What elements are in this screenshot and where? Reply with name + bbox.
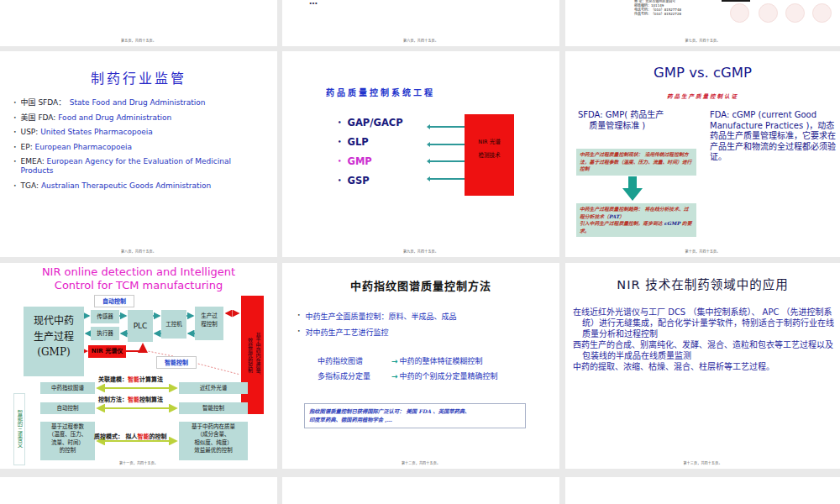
list-item: • 中国 SFDA： State Food and Drug Administr… <box>13 98 265 108</box>
slide-subtitle: 药品生产质量控制认证 <box>565 92 840 100</box>
slide-thumbnail-next-2[interactable] <box>282 477 559 504</box>
seal-stamp-icon <box>785 3 805 23</box>
slide-title: NIR online detection and Intelligent Con… <box>0 265 277 291</box>
auto-control-box: 自动控制 <box>40 402 95 414</box>
slide-footer: 第六页，共四十五页。 <box>282 38 559 43</box>
list-item-highlighted: •GMP <box>338 155 403 167</box>
triple-meaning-label: 智能的三重含义 <box>13 393 25 465</box>
slide-thumbnail-13[interactable]: NIR 技术在制药领域中的应用 在线近红外光谱仪与工厂 DCS （集中控制系统）… <box>565 263 840 469</box>
process-gmp-box: 现代中药 生产过程 (GMP) <box>24 307 84 376</box>
slide-thumbnail-10[interactable]: GMP vs. cGMP 药品生产质量控制认证 SFDA: GMP( 药品生产 … <box>565 51 840 257</box>
slide-footer: 第十一页，共四十五页。 <box>0 460 277 465</box>
slide-title: 制药行业监管 <box>0 67 277 87</box>
down-arrow-icon <box>621 176 644 202</box>
body-text: 在线近红外光谱仪与工厂 DCS （集中控制系统）、 APC （先进控制系统）进行… <box>573 307 835 372</box>
smart-control-label: 智能控制 <box>156 356 197 369</box>
bullet-icon: • <box>13 99 17 108</box>
slide-title: 中药指纹图谱质量控制方法 <box>282 277 559 293</box>
bullet-list: •中药生产全面质量控制：原料、半成品、成品 •对中药生产工艺进行监控 <box>297 311 457 343</box>
slide-thumbnail-next-1[interactable] <box>0 477 277 504</box>
left-arrow-icon <box>430 144 465 145</box>
slide-thumbnail-7[interactable]: 地 址：北京市通州区果园号 邮政编码：101149 电话号码：（010）8152… <box>565 0 840 46</box>
slide-thumbnail-11[interactable]: NIR online detection and Intelligent Con… <box>0 263 277 469</box>
paragraph: 中药的提取、浓缩、枯燥、混合、柱层析等工艺过程。 <box>573 361 835 372</box>
nir-spectrum-box: 近红外光谱 <box>179 382 248 394</box>
slide-footer: 第十二页，共四十五页。 <box>282 460 559 465</box>
auto-control-label: 自动控制 <box>94 295 134 307</box>
bullet-icon: • <box>13 158 17 175</box>
paragraph: 西药生产的合成、别离纯化、发酵、混合、造粒和包衣等工艺过程以及包装线的半成品在线… <box>573 339 835 361</box>
qc-mode-label: 质控模式： 拟人智能的控制 <box>94 432 166 440</box>
mapping-row: 中药指纹图谱 → 中药的整体特征模糊控制 <box>318 355 498 366</box>
list-item: • 美国 FDA: Food and Drug Administration <box>13 113 265 123</box>
industrial-pc-box: 工控机 <box>161 310 186 339</box>
list-item: • TGA: Australian Therapeutic Goods Admi… <box>13 181 265 191</box>
recognition-note-box: 指纹图谱质量控制已获得国际广泛认可： 美国 FDA 、英国草药典、 印度草药典、… <box>304 403 526 428</box>
paragraph: 在线近红外光谱仪与工厂 DCS （集中控制系统）、 APC （先进控制系统）进行… <box>573 307 835 339</box>
bullet-icon: • <box>13 129 17 137</box>
bullet-icon: • <box>297 312 301 322</box>
list-item: •GLP <box>338 136 403 148</box>
plc-box: PLC <box>128 310 153 342</box>
modeling-label: 关联建模：智能计算算法 <box>98 375 163 383</box>
bullet-list: •GAP/GACP •GLP •GMP •GSP <box>338 117 403 194</box>
bullet-icon: • <box>338 139 341 145</box>
nir-spectrometer-box: NIR 光谱仪 <box>88 345 126 358</box>
bullet-icon: • <box>13 182 17 191</box>
bullet-icon: • <box>13 114 17 123</box>
list-item: • EP: European Pharmacopoeia <box>13 143 265 152</box>
slide-thumbnail-5[interactable]: 第五页，共四十五页。 <box>0 0 277 46</box>
slide-thumbnail-next-3[interactable] <box>565 477 840 504</box>
bullet-icon: • <box>338 158 341 165</box>
bullet-icon: • <box>297 328 301 338</box>
seal-stamp-icon <box>730 3 749 23</box>
smart-control-box: 智能控制 <box>179 402 248 414</box>
seal-stamp-icon <box>759 3 778 23</box>
process-parameter-box: 基于过程参数 （温度、压力、 流量、时间） 的控制 <box>40 422 95 460</box>
list-item: • USP: United States Pharmacopoeia <box>13 128 265 137</box>
left-arrow-icon <box>430 160 465 162</box>
seal-stamp-icon <box>812 3 832 23</box>
slide-thumbnail-8[interactable]: 制药行业监管 • 中国 SFDA： State Food and Drug Ad… <box>0 51 277 257</box>
actuator-box: 执行器 <box>91 327 119 340</box>
bullet-icon: • <box>13 144 17 152</box>
intrinsic-quality-box: 基于中药内在质量 （成分含量、 相似度、纯度） 效益最优的控制 <box>179 422 248 460</box>
cgmp-keyword: cGMP <box>664 221 680 226</box>
current-status-panel: 中药生产过程质量控制现状： 沿用传统过程控制方法，基于过程参数（温度、压力、流量… <box>576 149 696 176</box>
left-arrow-icon <box>430 178 465 180</box>
sensor-box: 传感器 <box>91 310 119 323</box>
slide-footer: 第九页，共四十五页。 <box>282 249 559 254</box>
bullet-list: • 中国 SFDA： State Food and Drug Administr… <box>13 98 265 196</box>
slide-title: GMP vs. cGMP <box>565 65 840 81</box>
control-method-label: 控制方法：智能控制算法 <box>98 395 163 403</box>
right-arrow-icon: → <box>391 357 398 365</box>
list-item: •中药生产全面质量控制：原料、半成品、成品 <box>297 311 457 322</box>
list-item: •GSP <box>338 175 403 186</box>
list-item: •GAP/GACP <box>338 117 403 129</box>
right-arrow-icon: → <box>391 372 398 381</box>
slide-thumbnail-6[interactable]: … 第六页，共四十五页。 <box>282 0 559 46</box>
fda-cgmp-text: FDA: cGMP (current Good Manufacture Prac… <box>710 110 838 163</box>
left-arrow-icon <box>430 126 465 128</box>
list-item: •对中药生产工艺进行监控 <box>297 327 457 338</box>
nir-technology-box: NIR 光谱 检测技术 <box>465 114 514 196</box>
slide-title: 药品质量控制系统工程 <box>326 86 435 98</box>
slide-title: NIR 技术在制药领域中的应用 <box>565 275 840 292</box>
list-item: • EMEA: European Agency for the Evaluati… <box>13 157 265 175</box>
mapping-row: 多指标成分定量 → 中药的个别成分定量精确控制 <box>318 370 498 381</box>
bullet-icon: • <box>338 177 341 184</box>
slide-thumbnail-12[interactable]: 中药指纹图谱质量控制方法 •中药生产全面质量控制：原料、半成品、成品 •对中药生… <box>282 263 559 469</box>
slide-footer: 第七页，共四十五页。 <box>565 38 840 43</box>
slide-thumbnail-9[interactable]: 药品质量控制系统工程 •GAP/GACP •GLP •GMP •GSP NIR … <box>282 51 559 257</box>
production-control-box: 生产过 程控制 <box>195 307 223 340</box>
bullet-icon: • <box>338 119 341 126</box>
slide-footer: 第十页，共四十五页。 <box>565 249 840 254</box>
quality-goal-box: 基于中药内在质量、 效益最优的控制 <box>241 296 264 414</box>
fingerprint-box: 中药指纹图谱 <box>40 382 95 394</box>
slide-footer: 第八页，共四十五页。 <box>0 249 277 254</box>
mapping-list: 中药指纹图谱 → 中药的整体特征模糊控制 多指标成分定量 → 中药的个别成分定量… <box>318 355 498 386</box>
contact-address-block: 地 址：北京市通州区果园号 邮政编码：101149 电话号码：（010）8152… <box>634 0 681 16</box>
cropped-content-bar <box>722 0 750 2</box>
trend-panel: 中药生产过程质量控制趋势： 将在线分析技术、过程分析技术（PAT） 引入中药生产… <box>576 203 696 237</box>
slide-footer: 第十三页，共四十五页。 <box>565 460 840 465</box>
